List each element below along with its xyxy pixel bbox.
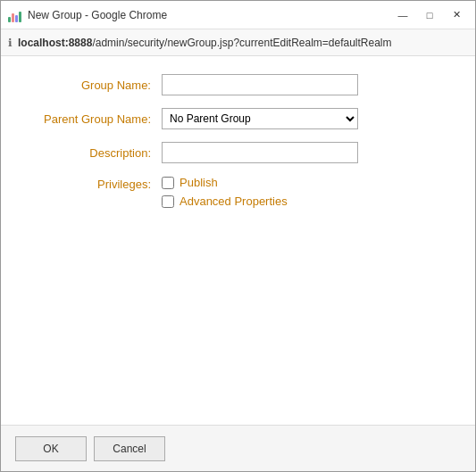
info-icon: ℹ xyxy=(8,37,13,49)
group-name-input[interactable] xyxy=(162,74,358,95)
publish-label[interactable]: Publish xyxy=(180,176,218,189)
group-name-wrap xyxy=(162,74,448,95)
minimize-button[interactable]: — xyxy=(391,6,414,24)
close-button[interactable]: ✕ xyxy=(445,6,468,24)
ok-button[interactable]: OK xyxy=(15,436,87,461)
privileges-row: Privileges: Publish Advanced Properties xyxy=(28,176,448,208)
privileges-list: Publish Advanced Properties xyxy=(162,176,288,208)
title-bar: New Group - Google Chrome — □ ✕ xyxy=(1,1,475,29)
window-controls: — □ ✕ xyxy=(391,6,468,24)
url-path: /admin/security/newGroup.jsp?currentEdit… xyxy=(92,37,391,49)
publish-checkbox[interactable] xyxy=(162,177,174,189)
url-host: localhost:8888 xyxy=(18,37,92,49)
footer: OK Cancel xyxy=(1,425,475,471)
description-label: Description: xyxy=(28,146,162,160)
group-name-row: Group Name: xyxy=(28,74,448,95)
description-row: Description: xyxy=(28,142,448,163)
app-icon xyxy=(8,8,22,22)
group-name-label: Group Name: xyxy=(28,79,162,92)
parent-group-label: Parent Group Name: xyxy=(28,112,162,126)
icon-bar1 xyxy=(8,17,11,22)
window-title: New Group - Google Chrome xyxy=(28,9,391,21)
advanced-privilege-item: Advanced Properties xyxy=(162,195,288,208)
advanced-checkbox[interactable] xyxy=(162,195,174,208)
icon-bar2 xyxy=(12,13,14,22)
privileges-label: Privileges: xyxy=(28,176,162,191)
url-display: localhost:8888/admin/security/newGroup.j… xyxy=(18,37,392,49)
parent-group-select[interactable]: No Parent Group xyxy=(162,108,358,129)
parent-group-wrap: No Parent Group xyxy=(162,108,448,129)
description-wrap xyxy=(162,142,448,163)
browser-window: New Group - Google Chrome — □ ✕ ℹ localh… xyxy=(0,0,476,472)
advanced-label[interactable]: Advanced Properties xyxy=(180,195,288,208)
address-bar: ℹ localhost:8888/admin/security/newGroup… xyxy=(1,29,475,56)
description-input[interactable] xyxy=(162,142,358,163)
form-content: Group Name: Parent Group Name: No Parent… xyxy=(1,56,475,425)
icon-bar3 xyxy=(15,15,18,22)
content-spacer xyxy=(28,241,448,408)
parent-group-row: Parent Group Name: No Parent Group xyxy=(28,108,448,129)
publish-privilege-item: Publish xyxy=(162,176,288,189)
icon-bar4 xyxy=(19,12,21,22)
form-section: Group Name: Parent Group Name: No Parent… xyxy=(28,74,448,241)
cancel-button[interactable]: Cancel xyxy=(94,436,165,461)
maximize-button[interactable]: □ xyxy=(418,6,441,24)
